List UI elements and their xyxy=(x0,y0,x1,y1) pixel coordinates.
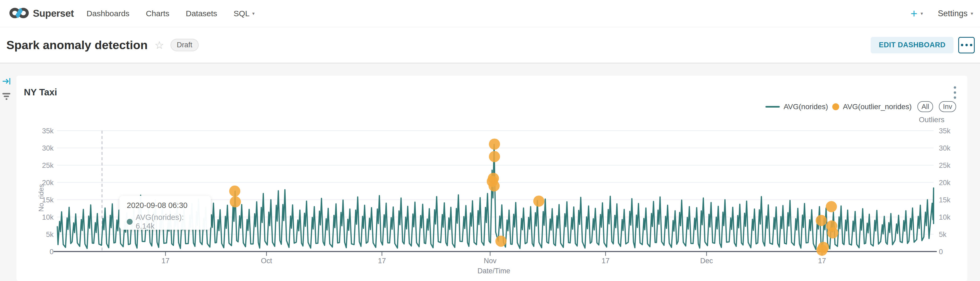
y-axis-right-tick-label: 30k xyxy=(939,144,951,152)
favorite-star-icon[interactable]: ☆ xyxy=(154,39,164,51)
chart-card-ny-taxi: NY Taxi AVG(norides) AVG(outlier_norides… xyxy=(16,76,967,281)
y-axis-tick-label: 30k xyxy=(42,144,54,152)
page-title: Spark anomaly detection xyxy=(6,38,148,52)
new-item-button[interactable]: + ▾ xyxy=(910,8,923,19)
settings-menu[interactable]: Settings ▾ xyxy=(938,9,973,18)
legend-inv-button[interactable]: Inv xyxy=(939,101,956,112)
dashboard-more-button[interactable] xyxy=(958,37,975,53)
legend-label: AVG(norides) xyxy=(783,102,828,111)
y-axis-tick-label: 35k xyxy=(42,127,54,135)
legend-label: AVG(outlier_norides) xyxy=(843,102,912,111)
y-axis-right-tick-label: 35k xyxy=(939,127,951,135)
y-axis-right-tick-label: 20k xyxy=(939,179,951,187)
y-axis-title: No. rides xyxy=(37,184,45,212)
superset-logo-icon xyxy=(9,7,29,20)
tooltip-value: AVG(norides): 6.14k xyxy=(136,213,204,230)
nav-menu: Dashboards Charts Datasets SQL ▾ xyxy=(86,9,255,18)
chart-title: NY Taxi xyxy=(24,87,57,97)
brand-name: Superset xyxy=(33,8,74,19)
x-axis-title: Date/Time xyxy=(477,267,510,275)
line-swatch-icon xyxy=(765,106,780,108)
nav-item-charts[interactable]: Charts xyxy=(146,9,169,18)
x-axis-tick-label: Dec xyxy=(700,257,713,265)
outlier-point[interactable] xyxy=(229,186,240,197)
edit-dashboard-button[interactable]: EDIT DASHBOARD xyxy=(871,37,953,53)
y-axis-tick-label: 5k xyxy=(46,230,54,238)
y-axis-right-tick-label: 15k xyxy=(939,196,951,204)
chevron-down-icon: ▾ xyxy=(252,11,255,16)
chart-tooltip: 2020-09-08 06:30 AVG(norides): 6.14k xyxy=(119,196,211,230)
dashboard-body: NY Taxi AVG(norides) AVG(outlier_norides… xyxy=(0,64,980,281)
legend-item-avg-norides[interactable]: AVG(norides) xyxy=(765,102,828,111)
outlier-point[interactable] xyxy=(495,236,507,247)
outlier-point[interactable] xyxy=(818,242,829,253)
plus-icon: + xyxy=(910,8,917,19)
settings-label: Settings xyxy=(938,9,967,18)
tooltip-datetime: 2020-09-08 06:30 xyxy=(127,201,204,210)
y-axis-right-tick-label: 10k xyxy=(939,213,951,221)
outlier-point[interactable] xyxy=(827,227,838,238)
filter-icon[interactable] xyxy=(2,92,12,102)
outlier-point[interactable] xyxy=(489,139,500,150)
superset-brand[interactable]: Superset xyxy=(9,7,74,20)
navbar-right: + ▾ Settings ▾ xyxy=(910,8,973,19)
x-axis-tick-label: Nov xyxy=(484,257,497,265)
outlier-point[interactable] xyxy=(489,151,500,162)
outlier-point[interactable] xyxy=(533,195,544,207)
chevron-down-icon: ▾ xyxy=(921,11,923,16)
series-dot-icon xyxy=(127,219,133,225)
y-axis-right-tick-label: 5k xyxy=(939,230,947,238)
x-axis-tick-label: 17 xyxy=(818,257,826,265)
x-axis-tick-label: 17 xyxy=(601,257,609,265)
outlier-point[interactable] xyxy=(230,196,241,208)
x-axis-tick-label: 17 xyxy=(162,257,169,265)
chart-legend: AVG(norides) AVG(outlier_norides) All In… xyxy=(765,101,956,112)
header-actions: EDIT DASHBOARD xyxy=(871,37,975,53)
y-axis-tick-label: 10k xyxy=(42,213,54,221)
nav-item-datasets[interactable]: Datasets xyxy=(186,9,217,18)
filter-bar-collapsed xyxy=(0,64,16,281)
outlier-point[interactable] xyxy=(826,201,837,212)
nav-item-sql-label: SQL xyxy=(234,9,250,18)
top-navbar: Superset Dashboards Charts Datasets SQL … xyxy=(0,0,980,27)
legend-item-avg-outlier-norides[interactable]: AVG(outlier_norides) xyxy=(832,102,912,111)
y-axis-right-tick-label: 25k xyxy=(939,161,951,169)
nav-item-dashboards[interactable]: Dashboards xyxy=(86,9,129,18)
y-axis-tick-label: 25k xyxy=(42,161,54,169)
y-axis-right-tick-label: 0 xyxy=(939,248,943,256)
dashboard-header: Spark anomaly detection ☆ Draft EDIT DAS… xyxy=(0,27,980,64)
status-badge: Draft xyxy=(170,39,199,51)
x-axis-tick-label: 17 xyxy=(378,257,386,265)
chevron-down-icon: ▾ xyxy=(971,11,973,16)
circle-swatch-icon xyxy=(832,103,839,110)
outlier-point[interactable] xyxy=(816,215,827,226)
nav-item-sql[interactable]: SQL ▾ xyxy=(234,9,255,18)
expand-filter-bar-icon[interactable] xyxy=(2,77,12,86)
x-axis-tick-label: Oct xyxy=(261,257,272,265)
chart-more-icon[interactable] xyxy=(953,85,957,100)
outlier-point[interactable] xyxy=(488,180,500,192)
legend-all-button[interactable]: All xyxy=(917,101,933,112)
y-axis-tick-label: 0 xyxy=(49,248,54,256)
